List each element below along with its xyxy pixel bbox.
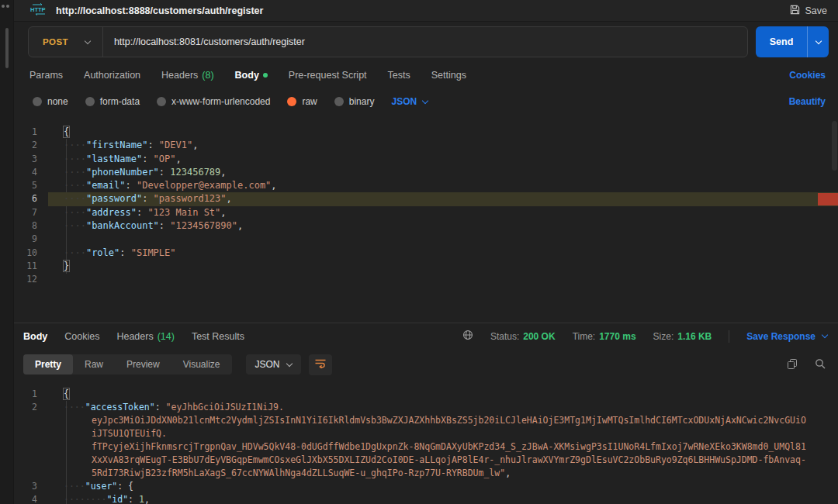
code-text: [48, 233, 838, 246]
mode-none[interactable]: none: [33, 96, 68, 107]
request-tabs: Params Authorization Headers(8) Body Pre…: [14, 62, 838, 88]
code-line[interactable]: 4········"id": 1,: [14, 493, 838, 504]
code-text: {: [48, 388, 838, 401]
tab-params[interactable]: Params: [29, 70, 63, 81]
line-number: 9: [14, 233, 48, 246]
resp-tab-headers[interactable]: Headers(14): [116, 331, 174, 342]
divider: [729, 330, 729, 343]
line-number: [14, 414, 48, 427]
save-label: Save: [805, 5, 828, 16]
code-line[interactable]: fTPcyjeXijhFknmsrcjTrgpnQav_HDVw5QkV48-0…: [14, 440, 838, 454]
search-icon: [815, 358, 826, 371]
line-number: 12: [14, 273, 48, 286]
radio-icon: [33, 97, 42, 106]
code-line[interactable]: 10····"role": "SIMPLE": [14, 247, 838, 260]
tab-body[interactable]: Body: [235, 70, 268, 81]
chevron-down-icon: [286, 360, 292, 366]
code-line[interactable]: 5····"email": "Developper@example.com",: [14, 179, 838, 192]
response-language-select[interactable]: JSON: [246, 354, 301, 375]
send-button-group: Send: [756, 26, 829, 57]
search-button[interactable]: [815, 358, 826, 371]
radio-icon: [334, 97, 344, 106]
code-line[interactable]: 6····"password": "password123",: [14, 192, 838, 205]
line-number: 3: [14, 480, 48, 493]
method-select[interactable]: POST: [29, 27, 103, 57]
code-line[interactable]: 8····"bankAccount": "1234567890",: [14, 219, 838, 233]
code-line[interactable]: XxXvA83rqWEugT-E3BbU7dEyVBGqpEmwmCOsxeGl…: [14, 454, 838, 467]
code-text: 5RdI73RiwjB23zfRM5hLaXagS_67ccNYWAlhNga4…: [48, 467, 838, 480]
code-text: fTPcyjeXijhFknmsrcjTrgpnQav_HDVw5QkV48-0…: [48, 440, 838, 454]
code-line[interactable]: 9: [14, 233, 838, 246]
app-window: HTTP http://localhost:8888/customers/aut…: [0, 0, 838, 504]
left-sidebar-strip: [0, 0, 14, 504]
code-line[interactable]: 3····"user": {: [14, 480, 838, 493]
code-text: iJTSU1QTEUifQ.: [48, 427, 838, 440]
code-text: ····"firstName": "DEV1",: [48, 139, 838, 152]
chevron-down-icon: [822, 332, 828, 338]
code-line[interactable]: 2····"accessToken": "eyJhbGciOiJSUzI1NiJ…: [14, 401, 838, 414]
code-line[interactable]: 11}: [14, 260, 838, 273]
code-line[interactable]: 4····"phoneNumber": 123456789,: [14, 166, 838, 179]
headers-count-badge: (8): [202, 70, 213, 81]
code-line[interactable]: 12: [14, 273, 838, 286]
view-tab-pretty[interactable]: Pretty: [23, 354, 73, 375]
code-text: ····"email": "Developper@example.com",: [48, 179, 838, 192]
code-line[interactable]: 1{: [14, 126, 838, 139]
mode-x-www-form-urlencoded[interactable]: x-www-form-urlencoded: [157, 96, 270, 107]
cookies-link[interactable]: Cookies: [789, 70, 826, 81]
sidebar-scrollbar[interactable]: [5, 28, 9, 68]
save-response-button[interactable]: Save Response: [746, 331, 827, 342]
resp-tab-cookies[interactable]: Cookies: [64, 331, 99, 342]
chevron-down-icon: [422, 97, 428, 103]
globe-icon[interactable]: [462, 330, 473, 343]
tab-tests[interactable]: Tests: [388, 70, 410, 81]
code-text: ····"phoneNumber": 123456789,: [48, 166, 838, 179]
code-line[interactable]: 3····"lastName": "OP",: [14, 153, 838, 166]
language-select[interactable]: JSON: [391, 96, 428, 107]
view-tab-raw[interactable]: Raw: [73, 354, 115, 375]
radio-icon: [157, 97, 166, 106]
beautify-link[interactable]: Beautify: [789, 96, 826, 107]
main-panel: HTTP http://localhost:8888/customers/aut…: [14, 0, 838, 504]
mode-form-data[interactable]: form-data: [85, 96, 140, 107]
tab-headers[interactable]: Headers(8): [161, 70, 214, 81]
request-header-bar: HTTP http://localhost:8888/customers/aut…: [14, 0, 838, 22]
code-line[interactable]: 7····"address": "123 Main St",: [14, 206, 838, 219]
request-body-editor[interactable]: 1{2····"firstName": "DEV1",3····"lastNam…: [14, 115, 838, 323]
http-request-icon: HTTP: [29, 3, 48, 19]
mode-binary[interactable]: binary: [334, 96, 375, 107]
code-text: ····"bankAccount": "1234567890",: [48, 219, 838, 233]
send-options-button[interactable]: [807, 26, 829, 57]
code-line[interactable]: 1{: [14, 388, 838, 401]
tab-pre-request-script[interactable]: Pre-request Script: [289, 70, 367, 81]
radio-selected-icon: [287, 97, 296, 106]
send-button[interactable]: Send: [756, 26, 807, 57]
code-text: eyJpc3MiOiJDdXN0b21lcnMtc2VydmljZSIsInN1…: [48, 414, 838, 427]
wrap-lines-button[interactable]: [309, 354, 332, 375]
mode-raw[interactable]: raw: [287, 96, 317, 107]
code-line[interactable]: iJTSU1QTEUifQ.: [14, 427, 838, 440]
line-number: 6: [14, 192, 48, 205]
tab-authorization[interactable]: Authorization: [84, 70, 140, 81]
body-mode-row: none form-data x-www-form-urlencoded raw…: [14, 88, 838, 115]
url-input[interactable]: [103, 36, 747, 47]
save-button[interactable]: Save: [790, 5, 828, 17]
code-line[interactable]: eyJpc3MiOiJDdXN0b21lcnMtc2VydmljZSIsInN1…: [14, 414, 838, 427]
line-number: 4: [14, 166, 48, 179]
copy-button[interactable]: [787, 358, 798, 371]
response-body-editor[interactable]: 1{2····"accessToken": "eyJhbGciOiJSUzI1N…: [14, 380, 838, 504]
resp-tab-body[interactable]: Body: [23, 331, 47, 342]
view-tab-visualize[interactable]: Visualize: [171, 354, 232, 375]
line-number: 1: [14, 388, 48, 401]
resp-tab-test-results[interactable]: Test Results: [192, 331, 244, 342]
view-mode-tabs: Pretty Raw Preview Visualize: [23, 354, 232, 375]
code-line[interactable]: 5RdI73RiwjB23zfRM5hLaXagS_67ccNYWAlhNga4…: [14, 467, 838, 480]
view-tab-preview[interactable]: Preview: [115, 354, 171, 375]
code-line[interactable]: 2····"firstName": "DEV1",: [14, 139, 838, 152]
radio-icon: [85, 97, 95, 106]
code-text: ····"password": "password123",: [48, 192, 838, 205]
line-number: [14, 454, 48, 467]
code-text: ····"accessToken": "eyJhbGciOiJSUzI1NiJ9…: [48, 401, 838, 414]
tab-settings[interactable]: Settings: [431, 70, 466, 81]
line-number: 3: [14, 153, 48, 166]
